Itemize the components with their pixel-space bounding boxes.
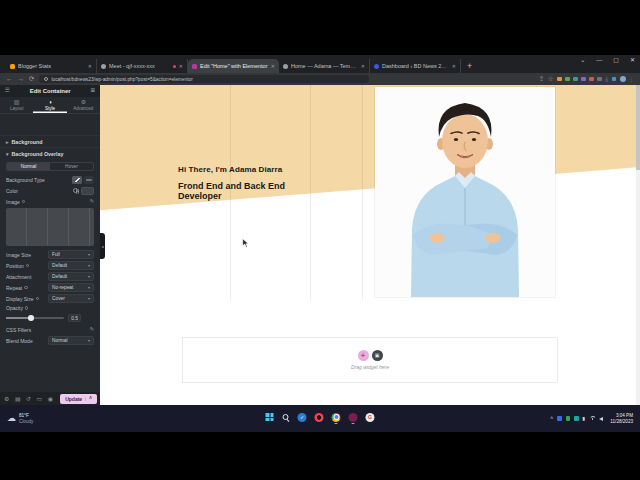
wifi-icon[interactable] <box>589 416 595 421</box>
tab-meet[interactable]: Meet - qjf-xxxx-xxx ✕ <box>97 59 188 73</box>
position-select[interactable]: Default <box>48 261 94 270</box>
update-button[interactable]: Update ˄ <box>60 394 97 404</box>
tab-layout[interactable]: ▥ Layout <box>0 97 33 113</box>
tab-style-label: Style <box>45 106 55 111</box>
tray-app-icon[interactable] <box>574 416 579 421</box>
hero-greeting-heading[interactable]: Hi There, I'm Adama Diarra <box>178 165 282 174</box>
tab-elementor-active[interactable]: Edit "Home" with Elementor ✕ <box>188 59 279 73</box>
profile-avatar[interactable] <box>620 76 626 82</box>
volume-icon[interactable] <box>599 417 603 421</box>
extension-icon[interactable] <box>581 77 586 82</box>
repeat-select[interactable]: No-repeat <box>48 283 94 292</box>
extension-icon[interactable] <box>597 77 602 82</box>
start-button[interactable] <box>266 413 274 424</box>
extension-icon[interactable] <box>573 77 578 82</box>
pencil-icon[interactable]: ✎ <box>89 199 94 205</box>
url-field[interactable]: localhost/bdnews23/wp-admin/post.php?pos… <box>39 75 369 83</box>
hero-section[interactable]: Hi There, I'm Adama Diarra Frond End and… <box>100 85 640 301</box>
download-icon[interactable]: ⤓ <box>605 76 608 83</box>
tab-blogger-stats[interactable]: Blogger Stats ✕ <box>6 59 97 73</box>
section-background[interactable]: Background <box>0 135 100 147</box>
taskbar-search[interactable] <box>282 413 290 424</box>
blend-mode-control: Blend Mode Normal <box>0 335 100 346</box>
blend-mode-value: Normal <box>52 338 67 343</box>
tray-app-icon[interactable] <box>557 416 562 421</box>
attachment-select[interactable]: Default <box>48 272 94 281</box>
classic-background-icon[interactable] <box>72 176 82 184</box>
close-button[interactable]: ✕ <box>630 57 635 63</box>
tab-close-icon[interactable]: ✕ <box>88 63 92 69</box>
browser-menu-icon[interactable]: ⋮ <box>629 76 634 82</box>
taskbar-app-opera[interactable] <box>315 413 324 425</box>
hero-portrait-image[interactable] <box>375 87 555 297</box>
display-size-select[interactable]: Cover <box>48 294 94 303</box>
navigator-icon[interactable]: ▤ <box>15 396 21 402</box>
tab-advanced[interactable]: ⚙ Advanced <box>67 97 100 113</box>
scrollbar-thumb[interactable] <box>636 85 640 170</box>
tab-close-icon[interactable]: ✕ <box>361 63 365 69</box>
tray-chevron-icon[interactable]: ˄ <box>550 416 553 421</box>
reload-icon[interactable]: ⟳ <box>29 76 34 83</box>
minimize-button[interactable]: — <box>596 57 602 63</box>
weather-widget[interactable]: ☁ 81°F Cloudy <box>0 413 33 424</box>
new-tab-button[interactable]: + <box>467 62 472 71</box>
taskbar-app-chrome[interactable] <box>332 413 341 425</box>
state-hover[interactable]: Hover <box>50 163 93 170</box>
share-icon[interactable]: ⇪ <box>539 76 544 83</box>
responsive-mode-icon[interactable]: ▭ <box>37 396 43 402</box>
taskbar-clock[interactable]: 3:04 PM 11/28/2023 <box>610 413 633 424</box>
back-icon[interactable]: ← <box>6 76 13 83</box>
folder-icon[interactable]: ▣ <box>372 350 383 361</box>
blend-mode-select[interactable]: Normal <box>48 336 94 345</box>
add-section-drop-area[interactable]: + ▣ Drag widget here <box>182 337 558 383</box>
extension-icon[interactable] <box>612 77 617 82</box>
panel-collapse-handle[interactable]: ◂ <box>100 233 105 259</box>
color-swatch[interactable] <box>81 187 94 195</box>
tab-template-kit[interactable]: Home — Adama — Template Kit ✕ <box>279 59 370 73</box>
history-icon[interactable]: ↺ <box>26 396 31 402</box>
tab-search-icon[interactable]: ⌄ <box>580 57 585 63</box>
attachment-label: Attachment <box>6 274 31 280</box>
global-color-icon[interactable] <box>73 188 78 193</box>
opacity-slider[interactable] <box>6 317 64 319</box>
hamburger-icon[interactable]: ☰ <box>5 88 10 94</box>
taskbar-app-g[interactable]: G <box>366 413 375 425</box>
portrait-illustration <box>375 87 555 297</box>
taskbar-app-notes[interactable]: ✓ <box>298 413 307 425</box>
widgets-grid-icon[interactable]: ⊞ <box>90 88 95 94</box>
tray-app-icon[interactable] <box>566 416 571 421</box>
browser-content: ☰ Edit Container ⊞ ▥ Layout ◑ Style ⚙ <box>0 85 640 405</box>
tab-wp-dashboard[interactable]: Dashboard ‹ BD News 23 — Wo ✕ <box>370 59 461 73</box>
settings-gear-icon[interactable]: ⚙ <box>4 396 9 402</box>
preview-eye-icon[interactable]: ◉ <box>48 396 53 402</box>
info-icon <box>22 200 26 204</box>
hero-headline-heading[interactable]: Frond End and Back End Developer <box>178 181 306 202</box>
tab-close-icon[interactable]: ✕ <box>452 63 456 69</box>
extension-icon[interactable] <box>557 77 562 82</box>
mic-icon[interactable]: ▮ <box>583 416 586 421</box>
tab-close-icon[interactable]: ✕ <box>179 63 183 69</box>
state-normal[interactable]: Normal <box>7 163 50 170</box>
tab-close-icon[interactable]: ✕ <box>271 63 275 69</box>
screen: Blogger Stats ✕ Meet - qjf-xxxx-xxx ✕ Ed… <box>0 0 640 480</box>
weather-condition: Cloudy <box>19 419 33 425</box>
plus-icon[interactable]: + <box>358 350 369 361</box>
site-info-icon[interactable] <box>44 77 48 81</box>
forward-icon[interactable]: → <box>18 76 25 83</box>
maximize-button[interactable]: ▢ <box>613 57 619 63</box>
extension-icon[interactable] <box>589 77 594 82</box>
slider-knob[interactable] <box>28 315 34 321</box>
bookmark-star-icon[interactable]: ☆ <box>548 76 554 83</box>
tab-style[interactable]: ◑ Style <box>33 97 66 113</box>
update-options-chevron-icon[interactable]: ˄ <box>85 397 92 402</box>
pencil-icon[interactable]: ✎ <box>89 327 94 333</box>
preview-scrollbar[interactable] <box>636 85 640 405</box>
image-preview-thumbnail[interactable] <box>6 208 94 246</box>
section-background-overlay[interactable]: Background Overlay <box>0 147 100 159</box>
gradient-background-icon[interactable] <box>84 176 94 184</box>
image-size-select[interactable]: Full <box>48 250 94 259</box>
extension-icon[interactable] <box>565 77 570 82</box>
taskbar-app-media[interactable] <box>349 413 358 425</box>
tab-strip: Blogger Stats ✕ Meet - qjf-xxxx-xxx ✕ Ed… <box>0 55 640 73</box>
opacity-value-field[interactable]: 0.5 <box>68 314 81 322</box>
